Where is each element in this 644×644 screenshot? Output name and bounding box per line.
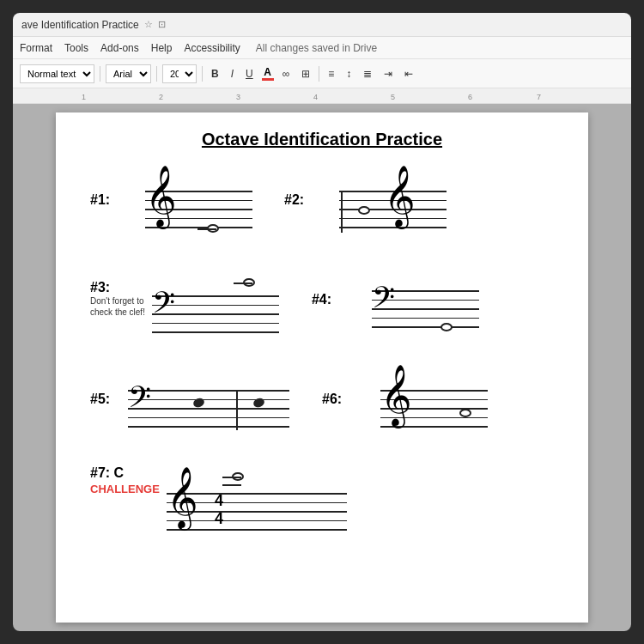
linespace-button[interactable]: ↕: [343, 64, 355, 83]
note-4: [440, 323, 453, 331]
ruler: 1 2 3 4 5 6 7: [13, 88, 631, 104]
exercise-1: #1: 𝄞: [90, 167, 258, 244]
challenge-label: CHALLENGE: [90, 483, 160, 495]
style-select[interactable]: Normal text: [20, 64, 94, 83]
underline-button[interactable]: U: [242, 64, 257, 83]
ruler-mark-1: 1: [82, 93, 86, 101]
menu-accessibility[interactable]: Accessibility: [184, 42, 240, 54]
ruler-mark-5: 5: [391, 93, 395, 101]
sep-3: [202, 66, 203, 82]
exercise-7-label: #7: C: [90, 465, 160, 481]
treble-clef-7: 𝄞: [167, 471, 198, 524]
font-select[interactable]: Arial: [106, 64, 151, 83]
doc-area[interactable]: Octave Identification Practice #1:: [13, 104, 631, 631]
doc-icon[interactable]: ⊡: [158, 19, 166, 30]
exercise-3-note: Don't forget tocheck the clef!: [90, 295, 145, 318]
page-title: Octave Identification Practice: [90, 130, 554, 149]
treble-clef-6: 𝄞: [380, 368, 412, 422]
time-sig-top: 4: [215, 492, 223, 510]
font-color-button[interactable]: A: [262, 66, 274, 81]
bass-clef-3: 𝄢: [152, 289, 175, 325]
ruler-mark-3: 3: [236, 93, 240, 101]
exercise-4-label: #4:: [312, 266, 343, 307]
menu-format[interactable]: Format: [20, 42, 52, 54]
ledger-7a: [222, 477, 241, 478]
sep-2: [156, 66, 157, 82]
exercise-3: #3: Don't forget tocheck the clef!: [90, 266, 286, 352]
link-button[interactable]: ∞: [279, 64, 294, 83]
exercise-5: #5: 𝄢: [90, 366, 296, 452]
exercise-5-label: #5:: [90, 366, 121, 407]
bold-button[interactable]: B: [208, 64, 222, 83]
ruler-mark-2: 2: [159, 93, 163, 101]
time-sig-bottom: 4: [215, 510, 223, 528]
list-button[interactable]: ≣: [360, 64, 375, 83]
saved-status: All changes saved in Drive: [256, 42, 377, 54]
sep-4: [319, 66, 319, 82]
screen: ave Identification Practice ☆ ⊡ Format T…: [13, 13, 631, 631]
outdent-button[interactable]: ⇤: [401, 64, 416, 83]
align-button[interactable]: ≡: [325, 64, 337, 83]
exercise-3-label: #3:: [90, 266, 145, 295]
italic-button[interactable]: I: [228, 64, 237, 83]
treble-clef-1: 𝄞: [145, 169, 177, 222]
ledger-7b: [222, 484, 241, 486]
title-bar-text: ave Identification Practice: [21, 19, 139, 31]
menu-help[interactable]: Help: [151, 42, 173, 54]
sep-1: [100, 66, 100, 82]
exercise-6: #6: 𝄞: [322, 366, 494, 452]
note-2: [358, 206, 370, 215]
ruler-mark-6: 6: [468, 93, 472, 101]
bass-clef-4: 𝄢: [372, 283, 395, 319]
exercise-2-label: #2:: [284, 167, 315, 208]
menu-addons[interactable]: Add-ons: [100, 42, 139, 54]
toolbar: Normal text Arial 20 B I U A ∞ ⊞ ≡ ↕ ≣ ⇥…: [13, 59, 631, 88]
star-icon[interactable]: ☆: [144, 19, 153, 30]
doc-page: Octave Identification Practice #1:: [56, 112, 588, 623]
exercise-7: #7: C CHALLENGE: [90, 465, 554, 551]
menu-bar: Format Tools Add-ons Help Accessibility …: [13, 37, 631, 59]
ledger-3: [234, 283, 252, 284]
ruler-mark-7: 7: [537, 93, 541, 101]
title-bar: ave Identification Practice ☆ ⊡: [13, 13, 631, 37]
exercise-1-label: #1:: [90, 167, 121, 208]
exercise-6-label: #6:: [322, 366, 353, 407]
note-6: [459, 409, 471, 417]
indent-button[interactable]: ⇥: [380, 64, 396, 83]
exercise-4: #4: 𝄢: [312, 266, 483, 352]
image-button[interactable]: ⊞: [298, 64, 313, 83]
time-sig-7: 4 4: [215, 492, 223, 527]
ruler-mark-4: 4: [313, 93, 318, 101]
size-select[interactable]: 20: [162, 64, 197, 83]
menu-tools[interactable]: Tools: [64, 42, 88, 54]
treble-clef-2: 𝄞: [384, 169, 416, 222]
barline-5: [236, 390, 238, 430]
ledger-1: [197, 228, 216, 230]
exercise-2: #2: 𝄞: [284, 167, 453, 244]
bass-clef-5: 𝄢: [128, 383, 151, 419]
